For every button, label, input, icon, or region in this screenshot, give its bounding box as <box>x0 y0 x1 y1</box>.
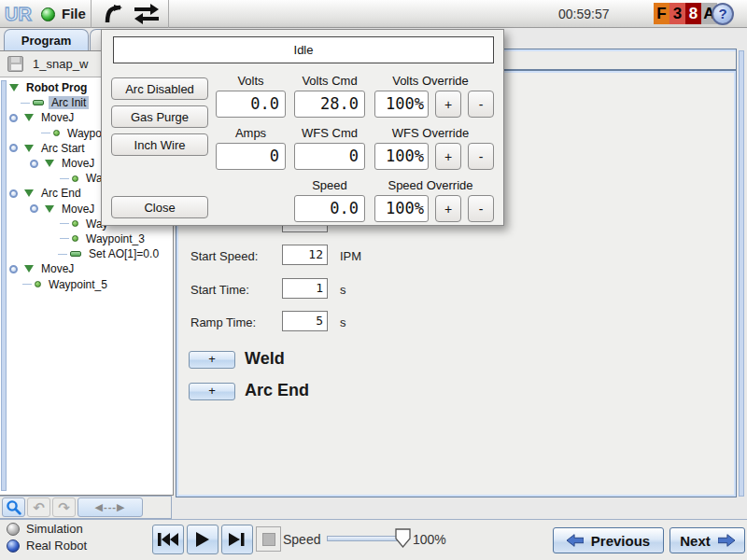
torch-arrow-icon[interactable] <box>100 2 124 26</box>
add-weld-button[interactable]: + <box>189 351 235 369</box>
brand-letter: 8 <box>685 3 701 24</box>
start-time-label: Start Time: <box>190 283 249 297</box>
polyscope-window: UR File 00:59:57 F 3 8 A ? Installatio <box>0 0 747 560</box>
stop-button[interactable] <box>256 526 281 552</box>
tree-handle-icon[interactable] <box>9 265 18 273</box>
real-robot-radio[interactable]: Real Robot <box>7 539 87 553</box>
tree-item-waypoint-3[interactable]: Waypoint_3 <box>7 231 172 246</box>
swap-arrows-icon[interactable] <box>134 3 160 25</box>
wfs-cmd-label: WFS Cmd <box>294 126 365 140</box>
tree-handle-icon[interactable] <box>30 204 38 213</box>
tree-handle-icon[interactable] <box>30 160 38 168</box>
collapse-arrow-icon[interactable] <box>24 114 34 121</box>
wfs-override-minus-button[interactable]: - <box>468 143 494 170</box>
action-node-icon <box>70 251 81 257</box>
previous-label: Previous <box>591 533 650 549</box>
volts-override-plus-button[interactable]: + <box>435 91 461 118</box>
waypoint-icon <box>72 220 78 227</box>
ur-logo-icon: UR <box>3 1 35 26</box>
speed-override-plus-button[interactable]: + <box>435 195 461 222</box>
arrow-left-icon <box>567 534 584 547</box>
brand-letter: 3 <box>669 3 685 24</box>
tree-connector <box>60 223 69 224</box>
simulation-radio[interactable]: Simulation <box>7 522 83 536</box>
tree-vertical-scrollbar[interactable] <box>1 80 7 491</box>
tree-item-movej[interactable]: MoveJ <box>7 261 172 276</box>
collapse-arrow-icon[interactable] <box>24 145 34 152</box>
radio-unselected-icon[interactable] <box>7 523 20 536</box>
search-button[interactable] <box>2 497 25 517</box>
weld-status-dialog: Idle Arc Disabled Gas Purge Inch Wire Cl… <box>101 29 504 226</box>
waypoint-icon <box>72 175 78 182</box>
ramp-time-input[interactable]: 5 <box>282 311 328 331</box>
waypoint-icon <box>72 235 78 242</box>
undo-button[interactable]: ↶ <box>27 497 50 517</box>
next-button[interactable]: Next <box>669 527 745 553</box>
speed-value: 100% <box>413 532 446 547</box>
tree-toolbar: ↶ ↷ ◀---▶ <box>0 496 172 519</box>
collapse-arrow-icon[interactable] <box>24 189 34 197</box>
tree-handle-icon[interactable] <box>9 144 18 152</box>
speed-slider-thumb[interactable] <box>395 528 411 548</box>
play-button[interactable] <box>187 525 218 554</box>
simulation-label: Simulation <box>26 522 83 536</box>
main-vertical-scrollbar[interactable] <box>739 50 744 497</box>
tree-item-label: MoveJ <box>59 157 97 170</box>
wfs-override-value: 100% <box>374 143 429 170</box>
tree-item-label: Waypoint_5 <box>46 278 110 291</box>
volts-cmd-label: Volts Cmd <box>294 74 365 88</box>
tree-handle-icon[interactable] <box>9 114 18 122</box>
waypoint-icon <box>53 130 60 136</box>
amps-label: Amps <box>216 126 286 140</box>
span-arrows-icon: ◀---▶ <box>95 501 126 513</box>
wfs-override-label: WFS Override <box>365 126 496 140</box>
next-label: Next <box>680 533 711 549</box>
step-forward-button[interactable] <box>221 525 253 554</box>
redo-button[interactable]: ↷ <box>52 497 76 517</box>
volts-cmd-value[interactable]: 28.0 <box>294 91 365 118</box>
wfs-cmd-value[interactable]: 0 <box>294 143 365 170</box>
speed-label: Speed <box>294 178 365 192</box>
tree-connector <box>60 178 69 179</box>
ramp-time-unit: s <box>340 315 346 329</box>
gas-purge-button[interactable]: Gas Purge <box>111 105 208 128</box>
radio-selected-icon[interactable] <box>7 539 20 553</box>
step-forward-icon <box>229 532 246 547</box>
real-robot-label: Real Robot <box>26 539 87 553</box>
action-node-icon <box>33 100 44 105</box>
undo-icon: ↶ <box>33 500 45 514</box>
volts-override-minus-button[interactable]: - <box>468 91 494 118</box>
speed-value: 0.0 <box>294 195 365 222</box>
collapse-arrow-icon[interactable] <box>45 205 54 213</box>
tree-connector <box>58 254 67 255</box>
speed-override-label: Speed Override <box>365 178 496 192</box>
collapse-arrow-icon[interactable] <box>45 160 54 167</box>
add-arc-end-button[interactable]: + <box>189 383 235 400</box>
tree-item-label: Robot Prog <box>23 81 90 94</box>
previous-button[interactable]: Previous <box>553 527 664 553</box>
tree-item-waypoint-5[interactable]: Waypoint_5 <box>7 276 172 291</box>
volts-label: Volts <box>216 74 286 88</box>
speed-slider-track[interactable] <box>327 536 405 541</box>
redo-icon: ↷ <box>58 500 70 514</box>
move-span-button[interactable]: ◀---▶ <box>78 497 143 517</box>
status-led-icon <box>41 7 55 21</box>
help-icon[interactable]: ? <box>712 3 734 25</box>
tab-label: Program <box>21 34 71 48</box>
file-menu[interactable]: File <box>62 6 86 21</box>
tree-connector <box>41 133 50 133</box>
tab-program[interactable]: Program <box>4 29 89 51</box>
speed-override-minus-button[interactable]: - <box>468 195 494 222</box>
start-speed-input[interactable]: 12 <box>282 245 328 265</box>
tree-item-label: Set AO[1]=0.0 <box>86 247 162 260</box>
collapse-arrow-icon[interactable] <box>9 84 19 91</box>
wfs-override-plus-button[interactable]: + <box>435 143 461 170</box>
inch-wire-button[interactable]: Inch Wire <box>111 133 208 156</box>
tree-handle-icon[interactable] <box>9 189 18 198</box>
tree-item-set-ao[interactable]: Set AO[1]=0.0 <box>7 246 172 261</box>
start-time-input[interactable]: 1 <box>282 278 328 299</box>
skip-back-button[interactable] <box>152 525 184 554</box>
collapse-arrow-icon[interactable] <box>24 265 34 273</box>
arc-disabled-button[interactable]: Arc Disabled <box>111 77 208 100</box>
close-button[interactable]: Close <box>111 196 208 218</box>
